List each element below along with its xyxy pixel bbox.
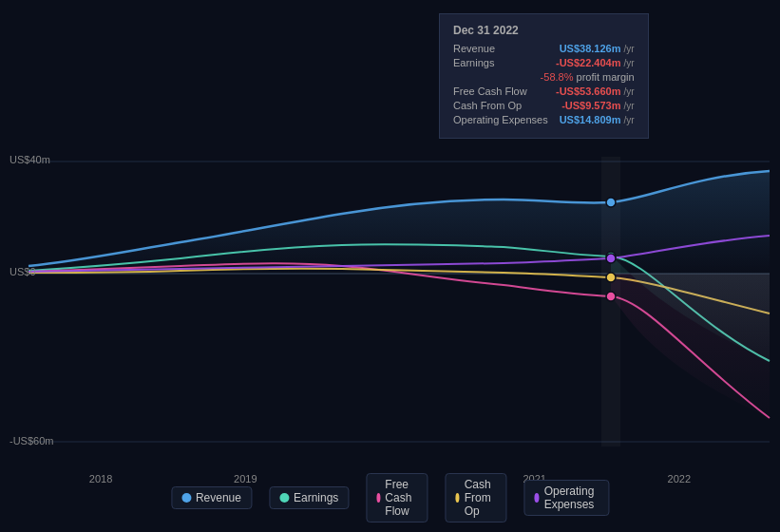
- svg-point-6: [606, 292, 616, 301]
- tooltip-val-fcf: -US$53.660m /yr: [556, 86, 635, 97]
- tooltip-val-cashfromop: -US$9.573m /yr: [561, 100, 635, 111]
- tooltip-profit-margin: -58.8% profit margin: [453, 71, 635, 83]
- legend-item-fcf[interactable]: Free Cash Flow: [366, 473, 428, 522]
- tooltip-val-opex: US$14.809m /yr: [560, 114, 635, 125]
- legend-dot-earnings: [279, 493, 289, 503]
- x-label-2022: 2022: [668, 473, 691, 484]
- legend-label-opex: Operating Expenses: [544, 484, 599, 511]
- tooltip-row-cashfromop: Cash From Op -US$9.573m /yr: [453, 100, 635, 111]
- x-label-2018: 2018: [89, 473, 112, 484]
- tooltip-label-revenue: Revenue: [453, 43, 495, 54]
- svg-point-8: [606, 254, 616, 263]
- y-axis-bot: -US$60m: [10, 435, 53, 446]
- legend-dot-fcf: [376, 493, 380, 503]
- legend-dot-revenue: [181, 493, 191, 503]
- tooltip-val-earnings: -US$22.404m /yr: [556, 57, 635, 68]
- tooltip-label-cashfromop: Cash From Op: [453, 100, 522, 111]
- tooltip-label-opex: Operating Expenses: [453, 114, 548, 125]
- tooltip-row-revenue: Revenue US$38.126m /yr: [453, 43, 635, 54]
- tooltip-date: Dec 31 2022: [453, 24, 635, 37]
- legend-label-cashfromop: Cash From Op: [465, 478, 497, 518]
- legend-item-cashfromop[interactable]: Cash From Op: [445, 473, 506, 522]
- tooltip-row-earnings: Earnings -US$22.404m /yr: [453, 57, 635, 68]
- tooltip-margin-val: -58.8% profit margin: [541, 71, 635, 83]
- legend-label-fcf: Free Cash Flow: [385, 478, 417, 518]
- tooltip-label-fcf: Free Cash Flow: [453, 86, 527, 97]
- tooltip-row-opex: Operating Expenses US$14.809m /yr: [453, 114, 635, 125]
- legend-label-earnings: Earnings: [294, 491, 338, 504]
- tooltip-label-earnings: Earnings: [453, 57, 494, 68]
- legend-dot-cashfromop: [455, 493, 459, 503]
- legend-item-opex[interactable]: Operating Expenses: [523, 480, 609, 516]
- legend-dot-opex: [534, 493, 539, 503]
- tooltip-val-revenue: US$38.126m /yr: [560, 43, 635, 54]
- y-axis-mid: US$0: [10, 266, 36, 277]
- legend-label-revenue: Revenue: [196, 491, 241, 504]
- legend-item-earnings[interactable]: Earnings: [269, 486, 349, 509]
- tooltip: Dec 31 2022 Revenue US$38.126m /yr Earni…: [439, 13, 649, 139]
- tooltip-row-fcf: Free Cash Flow -US$53.660m /yr: [453, 86, 635, 97]
- svg-point-4: [606, 198, 616, 207]
- legend-item-revenue[interactable]: Revenue: [171, 486, 252, 509]
- svg-point-7: [606, 273, 616, 282]
- y-axis-top: US$40m: [10, 154, 50, 165]
- legend: Revenue Earnings Free Cash Flow Cash Fro…: [171, 473, 609, 522]
